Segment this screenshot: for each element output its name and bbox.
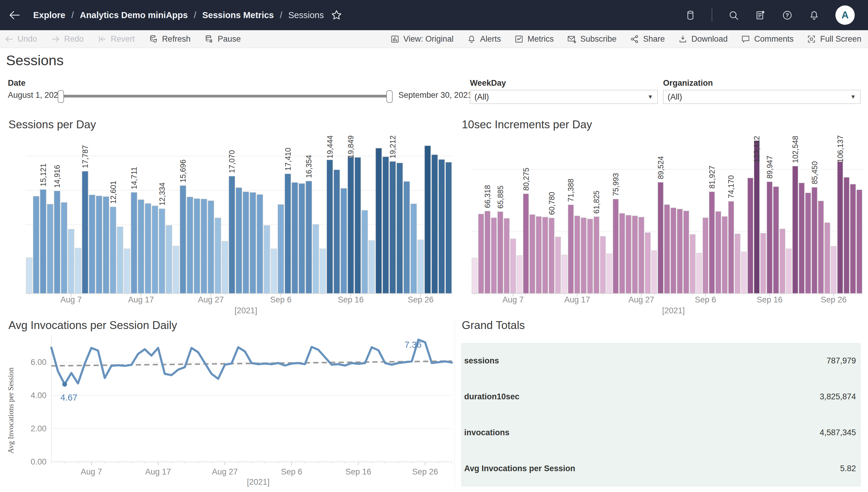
bar[interactable] xyxy=(523,194,528,293)
help-icon[interactable]: ? xyxy=(782,10,793,21)
bar[interactable] xyxy=(89,195,95,293)
bar[interactable] xyxy=(201,199,207,293)
toolbar-button-share[interactable]: Share xyxy=(630,34,665,44)
bar[interactable] xyxy=(504,218,510,293)
bar[interactable] xyxy=(194,199,200,293)
bar[interactable] xyxy=(664,205,670,293)
bar[interactable] xyxy=(702,218,708,293)
toolbar-button-metrics[interactable]: Metrics xyxy=(514,34,554,44)
toolbar-button-alerts[interactable]: Alerts xyxy=(467,34,501,44)
breadcrumb-item[interactable]: Sessions Metrics xyxy=(202,10,274,20)
bar[interactable] xyxy=(341,188,347,293)
bar[interactable] xyxy=(542,217,548,293)
increments-per-day-bar-chart[interactable]: 66,31865,88580,27560,78071,38861,82575,9… xyxy=(461,133,868,320)
bar[interactable] xyxy=(334,170,340,293)
bar[interactable] xyxy=(292,182,298,293)
bar[interactable] xyxy=(152,206,158,293)
bar[interactable] xyxy=(639,217,644,293)
bar[interactable] xyxy=(397,163,403,293)
bar[interactable] xyxy=(722,216,727,293)
bar[interactable] xyxy=(741,252,747,293)
bar[interactable] xyxy=(278,204,284,293)
explore-new-icon[interactable] xyxy=(755,10,766,21)
bar[interactable] xyxy=(411,204,417,293)
bar[interactable] xyxy=(257,194,263,293)
bar[interactable] xyxy=(581,218,587,293)
bar[interactable] xyxy=(696,253,702,293)
bar[interactable] xyxy=(677,209,683,293)
bar[interactable] xyxy=(812,188,817,293)
bar[interactable] xyxy=(574,216,580,293)
bar[interactable] xyxy=(651,250,657,293)
date-range-slider[interactable] xyxy=(60,95,390,98)
bar[interactable] xyxy=(594,217,599,293)
bar[interactable] xyxy=(173,246,179,293)
bar[interactable] xyxy=(626,215,631,293)
bar[interactable] xyxy=(166,225,172,293)
toolbar-button-view-original[interactable]: View: Original xyxy=(390,34,454,44)
bar[interactable] xyxy=(555,237,561,293)
breadcrumb-item[interactable]: Explore xyxy=(33,10,65,20)
bar[interactable] xyxy=(562,255,567,293)
bar[interactable] xyxy=(690,235,695,293)
bar[interactable] xyxy=(75,248,81,293)
bar[interactable] xyxy=(362,211,368,293)
bar[interactable] xyxy=(761,233,766,293)
bar[interactable] xyxy=(131,192,137,293)
bar[interactable] xyxy=(536,216,541,293)
bar[interactable] xyxy=(299,183,305,293)
bar[interactable] xyxy=(728,201,734,293)
bar[interactable] xyxy=(445,162,451,293)
bar[interactable] xyxy=(824,223,830,293)
bar[interactable] xyxy=(187,197,193,293)
bar[interactable] xyxy=(117,227,123,293)
bar[interactable] xyxy=(530,215,535,293)
toolbar-button-comments[interactable]: Comments xyxy=(741,34,794,44)
bar[interactable] xyxy=(243,192,249,293)
weekday-filter-dropdown[interactable]: (All) ▼ xyxy=(470,90,658,104)
search-icon[interactable] xyxy=(728,10,739,21)
bar[interactable] xyxy=(418,240,424,293)
bar[interactable] xyxy=(671,208,676,293)
bar[interactable] xyxy=(485,211,490,293)
bar[interactable] xyxy=(857,190,862,293)
bar[interactable] xyxy=(491,218,496,293)
bar[interactable] xyxy=(306,181,312,293)
bar[interactable] xyxy=(754,141,759,293)
bar[interactable] xyxy=(383,157,389,293)
bar[interactable] xyxy=(180,186,186,293)
bar[interactable] xyxy=(844,177,849,293)
toolbar-button-refresh[interactable]: Refresh xyxy=(149,34,191,44)
bar[interactable] xyxy=(215,218,221,293)
breadcrumb-item[interactable]: Analytics Demo miniApps xyxy=(80,10,188,20)
bar[interactable] xyxy=(709,192,715,293)
bar[interactable] xyxy=(497,212,503,293)
bar[interactable] xyxy=(684,211,689,293)
bar[interactable] xyxy=(390,162,396,293)
bar[interactable] xyxy=(264,225,270,293)
bar[interactable] xyxy=(26,258,32,293)
bar[interactable] xyxy=(285,174,291,293)
bar[interactable] xyxy=(47,204,53,293)
bar[interactable] xyxy=(786,249,792,293)
bar[interactable] xyxy=(250,192,256,293)
sessions-per-day-bar-chart[interactable]: 15,12114,91617,78712,60114,71112,33415,6… xyxy=(5,133,455,320)
user-avatar[interactable]: A xyxy=(836,5,855,25)
bar[interactable] xyxy=(748,178,753,293)
bar[interactable] xyxy=(271,249,277,293)
bar[interactable] xyxy=(313,224,319,293)
bar[interactable] xyxy=(159,208,165,293)
bar[interactable] xyxy=(431,154,438,293)
bar[interactable] xyxy=(510,239,516,293)
bar[interactable] xyxy=(124,249,130,293)
bar[interactable] xyxy=(145,203,151,293)
slider-handle-end[interactable] xyxy=(386,90,393,103)
toolbar-button-download[interactable]: Download xyxy=(678,34,728,44)
bar[interactable] xyxy=(587,219,593,293)
back-arrow-icon[interactable] xyxy=(8,8,21,22)
bar[interactable] xyxy=(735,234,740,293)
bar[interactable] xyxy=(68,229,74,293)
bar[interactable] xyxy=(818,201,824,293)
toolbar-button-subscribe[interactable]: Subscribe xyxy=(567,34,617,44)
toolbar-button-pause[interactable]: Pause xyxy=(204,34,241,44)
